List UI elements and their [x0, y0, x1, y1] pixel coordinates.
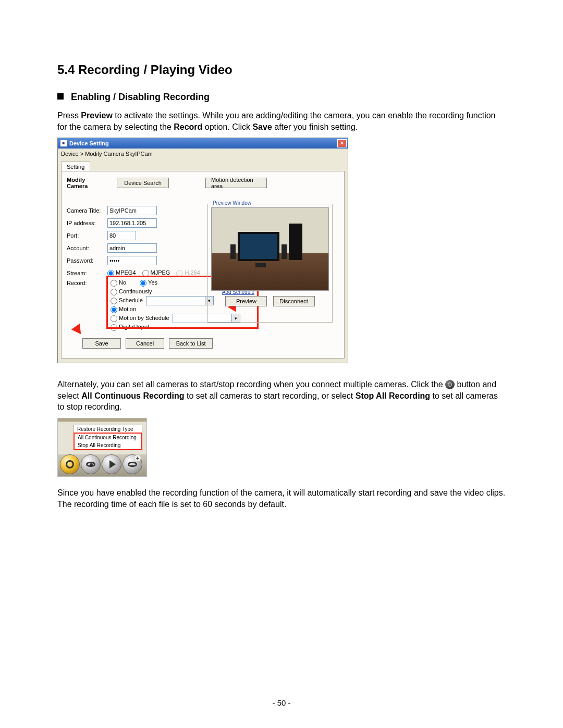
eye-icon [86, 462, 95, 467]
menu-all-continuous-recording[interactable]: All Continuous Recording [75, 434, 141, 441]
recording-context-menu: Restore Recording Type All Continuous Re… [74, 425, 142, 450]
record-label: Record: [67, 280, 107, 286]
camera-title-label: Camera Title: [67, 207, 107, 214]
motion-detection-area-button[interactable]: Motion detection area [205, 178, 267, 188]
add-view-button[interactable] [123, 454, 142, 474]
account-input[interactable] [107, 243, 157, 253]
record-no-option[interactable]: No [111, 279, 126, 287]
breadcrumb: Device > Modify Camera SkyIPCam [58, 149, 348, 159]
port-input[interactable] [107, 231, 136, 240]
ip-input[interactable] [107, 218, 157, 228]
annotation-arrow-icon [71, 324, 85, 337]
play-icon [109, 460, 116, 468]
back-to-list-button[interactable]: Back to List [169, 338, 213, 349]
recording-menu-figure: Restore Recording Type All Continuous Re… [57, 418, 147, 477]
cancel-button[interactable]: Cancel [126, 338, 164, 349]
tab-setting[interactable]: Setting [61, 162, 90, 171]
paragraph-3: Since you have enabled the recording fun… [57, 487, 506, 510]
paragraph-1: Press Preview to activate the settings. … [57, 110, 506, 132]
account-label: Account: [67, 245, 107, 251]
camera-title-input[interactable] [107, 206, 157, 215]
ip-label: IP address: [67, 220, 107, 226]
subsection-title-text: Enabling / Disabling Recording [71, 92, 210, 102]
record-continuously-option[interactable]: Continuously [111, 288, 152, 295]
preview-button[interactable]: Preview [225, 296, 267, 306]
section-heading: 5.4 Recording / Playing Video [57, 63, 506, 77]
close-icon[interactable]: × [337, 139, 347, 147]
device-search-button[interactable]: Device Search [117, 178, 169, 188]
dialog-title: Device Setting [69, 140, 109, 146]
stream-mjpeg-option[interactable]: MJPEG [142, 269, 170, 277]
record-schedule-option[interactable]: Schedule [111, 297, 143, 304]
preview-window-legend: Preview Window [211, 200, 253, 206]
disconnect-button[interactable]: Disconnect [273, 296, 315, 306]
settings-panel: Modify Camera Device Search Motion detec… [61, 171, 345, 359]
modify-camera-label: Modify Camera [67, 177, 107, 189]
port-label: Port: [67, 232, 107, 239]
dialog-titlebar: ■ Device Setting × [58, 138, 348, 149]
record-mode-button[interactable] [60, 454, 80, 474]
preview-window-group: Preview Window Preview Disconnect [207, 204, 333, 323]
camera-preview-image [211, 207, 329, 291]
page-number: - 50 - [0, 698, 563, 707]
menu-restore-recording-type[interactable]: Restore Recording Type [74, 425, 142, 433]
record-motion-by-schedule-option[interactable]: Motion by Schedule [111, 315, 169, 322]
record-icon [66, 460, 74, 468]
view-button[interactable] [81, 454, 101, 474]
password-input[interactable] [107, 256, 157, 265]
annotation-menu-highlight: All Continuous Recording Stop All Record… [74, 433, 142, 450]
password-label: Password: [67, 257, 107, 264]
device-setting-dialog: ■ Device Setting × Device > Modify Camer… [57, 138, 348, 363]
square-bullet-icon [57, 93, 64, 100]
subsection-heading: Enabling / Disabling Recording [57, 92, 506, 103]
schedule-select[interactable]: ▾ [146, 296, 214, 305]
stream-mpeg4-option[interactable]: MPEG4 [107, 269, 136, 277]
record-motion-option[interactable]: Motion [111, 306, 136, 313]
eye-plus-icon [128, 462, 137, 467]
record-mode-icon [445, 380, 455, 389]
menu-stop-all-recording[interactable]: Stop All Recording [75, 441, 141, 449]
record-digital-input-option[interactable]: Digital Input [111, 324, 149, 331]
paragraph-2: Alternately, you can set all cameras to … [57, 379, 506, 413]
play-button[interactable] [102, 454, 121, 474]
stream-h264-option: H.264 [176, 269, 200, 277]
save-button[interactable]: Save [82, 338, 121, 349]
record-yes-option[interactable]: Yes [140, 279, 157, 287]
app-icon: ■ [60, 140, 67, 147]
stream-label: Stream: [67, 270, 107, 276]
